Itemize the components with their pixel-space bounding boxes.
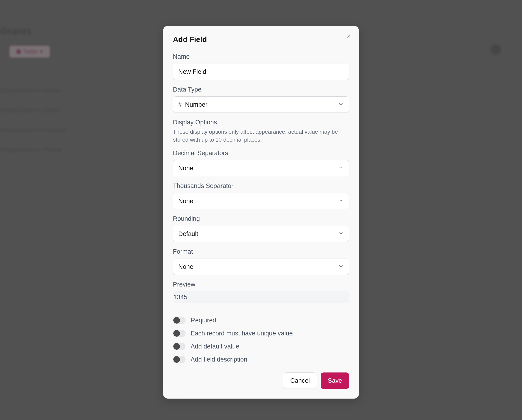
unique-toggle-row: Each record must have unique value [173, 330, 349, 337]
name-group: Name [173, 53, 349, 80]
format-value: None [178, 263, 338, 270]
button-row: Cancel Save [173, 373, 349, 389]
display-options-desc: These display options only affect appear… [173, 128, 349, 144]
field-description-toggle-label: Add field description [191, 356, 247, 363]
field-description-toggle-row: Add field description [173, 356, 349, 363]
format-select[interactable]: None [173, 259, 349, 275]
thousands-separator-value: None [178, 198, 338, 205]
name-label: Name [173, 53, 349, 60]
preview-group: Preview 1345 [173, 281, 349, 303]
chevron-down-icon [338, 198, 344, 204]
required-toggle-row: Required [173, 317, 349, 324]
format-group: Format None [173, 248, 349, 275]
unique-toggle-label: Each record must have unique value [191, 330, 293, 337]
rounding-select[interactable]: Default [173, 226, 349, 242]
thousands-separator-select[interactable]: None [173, 193, 349, 209]
hash-icon: # [178, 101, 182, 108]
modal-overlay: Add Field Name Data Type # Number Displa… [0, 0, 522, 420]
chevron-down-icon [338, 263, 344, 270]
thousands-separator-label: Thousands Separator [173, 182, 349, 190]
name-input[interactable] [173, 64, 349, 80]
preview-value: 1345 [173, 291, 349, 303]
thousands-separator-group: Thousands Separator None [173, 182, 349, 209]
default-value-toggle-label: Add default value [191, 343, 239, 350]
unique-toggle[interactable] [173, 330, 185, 337]
display-options-section: Display Options These display options on… [173, 119, 349, 144]
field-description-toggle[interactable] [173, 356, 185, 363]
close-icon [346, 34, 351, 39]
required-toggle-label: Required [191, 317, 216, 324]
divider [173, 310, 349, 310]
preview-label: Preview [173, 281, 349, 288]
chevron-down-icon [338, 101, 344, 108]
add-field-modal: Add Field Name Data Type # Number Displa… [163, 26, 359, 398]
default-value-toggle-row: Add default value [173, 343, 349, 350]
format-label: Format [173, 248, 349, 255]
default-value-toggle[interactable] [173, 343, 185, 350]
modal-title: Add Field [173, 35, 349, 44]
decimal-separators-value: None [178, 165, 338, 172]
rounding-group: Rounding Default [173, 215, 349, 242]
data-type-value: Number [185, 101, 338, 108]
rounding-value: Default [178, 230, 338, 238]
close-button[interactable] [345, 33, 352, 39]
chevron-down-icon [338, 231, 344, 237]
rounding-label: Rounding [173, 215, 349, 222]
data-type-label: Data Type [173, 86, 349, 93]
display-options-title: Display Options [173, 119, 349, 126]
data-type-select[interactable]: # Number [173, 96, 349, 113]
required-toggle[interactable] [173, 317, 185, 324]
chevron-down-icon [338, 165, 344, 171]
decimal-separators-group: Decimal Separators None [173, 150, 349, 176]
save-button[interactable]: Save [321, 373, 349, 389]
decimal-separators-select[interactable]: None [173, 160, 349, 176]
decimal-separators-label: Decimal Separators [173, 150, 349, 157]
cancel-button[interactable]: Cancel [283, 373, 317, 389]
data-type-group: Data Type # Number [173, 86, 349, 113]
